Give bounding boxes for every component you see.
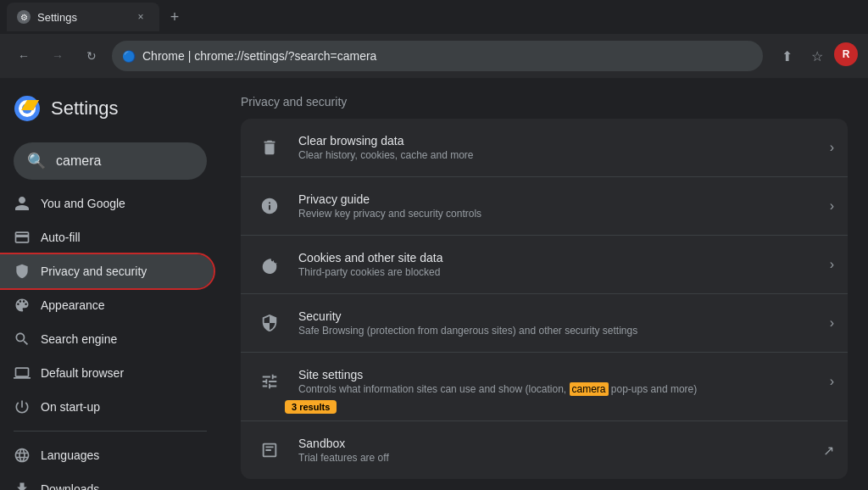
chevron-right-icon: › — [830, 140, 834, 155]
section-title: Privacy and security — [241, 95, 848, 109]
sidebar-label-on-startup: On start-up — [41, 400, 100, 414]
active-tab[interactable]: ⚙ Settings × — [7, 3, 159, 31]
results-badge: 3 results — [285, 400, 337, 414]
sidebar-label-you-and-google: You and Google — [41, 197, 125, 210]
cookie-icon — [254, 249, 285, 280]
browser-chrome: ⚙ Settings × + ← → ↻ 🔵 Chrome | chrome:/… — [0, 0, 868, 78]
item-text-clear-browsing-data: Clear browsing data Clear history, cooki… — [298, 134, 816, 161]
address-bar[interactable]: 🔵 Chrome | chrome://settings/?search=cam… — [112, 41, 763, 71]
settings-layout: Settings 🔍 ✕ You and Google Aut — [0, 78, 868, 490]
settings-item-cookies[interactable]: Cookies and other site data Third-party … — [241, 236, 848, 294]
nav-list: You and Google Auto-fill Privacy and sec… — [0, 187, 220, 490]
address-text: Chrome | chrome://settings/?search=camer… — [142, 49, 376, 63]
chevron-right-icon-2: › — [830, 198, 834, 214]
item-desc-security: Safe Browsing (protection from dangerous… — [298, 325, 816, 337]
chevron-right-icon-5: › — [830, 374, 834, 389]
sidebar-label-privacy-and-security: Privacy and security — [41, 264, 147, 278]
sidebar-item-privacy-and-security[interactable]: Privacy and security — [0, 254, 214, 288]
settings-page-title: Settings — [51, 97, 119, 120]
main-content: Privacy and security Clear browsing data… — [220, 78, 868, 490]
sidebar-label-autofill: Auto-fill — [41, 231, 81, 244]
sidebar-item-default-browser[interactable]: Default browser — [0, 356, 214, 390]
settings-header: Settings — [0, 85, 220, 136]
bookmark-button[interactable]: ☆ — [804, 42, 831, 70]
camera-highlight: camera — [570, 382, 609, 396]
item-desc-cookies: Third-party cookies are blocked — [298, 266, 816, 278]
search-engine-icon — [14, 331, 31, 348]
sidebar-item-on-startup[interactable]: On start-up — [0, 390, 214, 424]
item-text-cookies: Cookies and other site data Third-party … — [298, 251, 816, 278]
sidebar-item-you-and-google[interactable]: You and Google — [0, 187, 214, 220]
delete-icon — [254, 132, 285, 163]
chevron-right-icon-3: › — [830, 257, 834, 272]
search-icon: 🔍 — [27, 152, 46, 170]
item-desc-clear-browsing-data: Clear history, cookies, cache and more — [298, 149, 816, 161]
sidebar-item-appearance[interactable]: Appearance — [0, 288, 214, 322]
item-text-security: Security Safe Browsing (protection from … — [298, 309, 816, 337]
sidebar-label-appearance: Appearance — [41, 298, 105, 312]
sidebar-item-autofill[interactable]: Auto-fill — [0, 220, 214, 254]
shield-lock-icon — [254, 308, 285, 338]
lock-icon: 🔵 — [122, 50, 136, 63]
sidebar-label-search-engine: Search engine — [41, 332, 117, 346]
settings-items-list: Clear browsing data Clear history, cooki… — [241, 119, 848, 479]
search-input[interactable] — [56, 153, 220, 169]
tab-favicon: ⚙ — [17, 10, 31, 24]
shield-icon — [14, 263, 31, 280]
new-tab-button[interactable]: + — [163, 5, 186, 29]
item-title-security: Security — [298, 309, 816, 323]
tab-close-button[interactable]: × — [132, 8, 149, 25]
forward-button[interactable]: → — [44, 42, 71, 70]
settings-item-security[interactable]: Security Safe Browsing (protection from … — [241, 294, 848, 353]
person-icon — [14, 195, 31, 212]
search-row: 🔍 ✕ — [0, 136, 220, 180]
item-title-clear-browsing-data: Clear browsing data — [298, 134, 816, 148]
sidebar-item-languages[interactable]: Languages — [0, 438, 214, 472]
external-link-icon: ↗ — [823, 443, 834, 459]
globe-icon — [14, 447, 31, 464]
item-desc-sandbox: Trial features are off — [298, 452, 810, 464]
sidebar-item-search-engine[interactable]: Search engine — [0, 322, 214, 356]
sliders-icon — [254, 366, 285, 397]
tab-bar: ⚙ Settings × + — [0, 0, 868, 34]
autofill-icon — [14, 229, 31, 246]
item-desc-privacy-guide: Review key privacy and security controls — [298, 208, 816, 220]
sidebar: Settings 🔍 ✕ You and Google Aut — [0, 78, 220, 490]
item-title-cookies: Cookies and other site data — [298, 251, 816, 264]
item-title-privacy-guide: Privacy guide — [298, 192, 816, 206]
tab-title: Settings — [37, 11, 77, 24]
settings-item-clear-browsing-data[interactable]: Clear browsing data Clear history, cooki… — [241, 119, 848, 177]
computer-icon — [14, 365, 31, 381]
palette-icon — [14, 297, 31, 314]
download-icon — [14, 481, 31, 490]
address-bar-row: ← → ↻ 🔵 Chrome | chrome://settings/?sear… — [0, 34, 868, 78]
settings-item-sandbox[interactable]: Sandbox Trial features are off ↗ — [241, 421, 848, 479]
address-domain: Chrome — [142, 49, 185, 63]
privacy-guide-icon — [254, 191, 285, 221]
item-title-sandbox: Sandbox — [298, 437, 810, 450]
sidebar-label-languages: Languages — [41, 448, 99, 462]
item-text-sandbox: Sandbox Trial features are off — [298, 437, 810, 464]
power-icon — [14, 398, 31, 415]
item-title-site-settings: Site settings — [298, 368, 816, 381]
item-desc-site-settings: Controls what information sites can use … — [298, 383, 816, 395]
chevron-right-icon-4: › — [830, 315, 834, 331]
back-button[interactable]: ← — [10, 42, 37, 70]
item-text-privacy-guide: Privacy guide Review key privacy and sec… — [298, 192, 816, 220]
sidebar-label-default-browser: Default browser — [41, 366, 124, 380]
profile-button[interactable]: R — [834, 42, 858, 66]
item-text-site-settings: Site settings Controls what information … — [298, 368, 816, 395]
share-button[interactable]: ⬆ — [773, 42, 800, 70]
search-bar[interactable]: 🔍 ✕ — [14, 142, 207, 180]
address-url: chrome://settings/?search=camera — [194, 49, 376, 63]
sandbox-icon — [254, 435, 285, 465]
settings-item-privacy-guide[interactable]: Privacy guide Review key privacy and sec… — [241, 177, 848, 236]
sidebar-label-downloads: Downloads — [41, 482, 99, 490]
sidebar-item-downloads[interactable]: Downloads — [0, 472, 214, 490]
settings-item-site-settings[interactable]: Site settings Controls what information … — [241, 353, 848, 421]
address-actions: ⬆ ☆ R — [773, 42, 858, 70]
chrome-logo-icon — [14, 95, 41, 122]
reload-button[interactable]: ↻ — [78, 42, 105, 70]
nav-divider — [14, 431, 207, 432]
